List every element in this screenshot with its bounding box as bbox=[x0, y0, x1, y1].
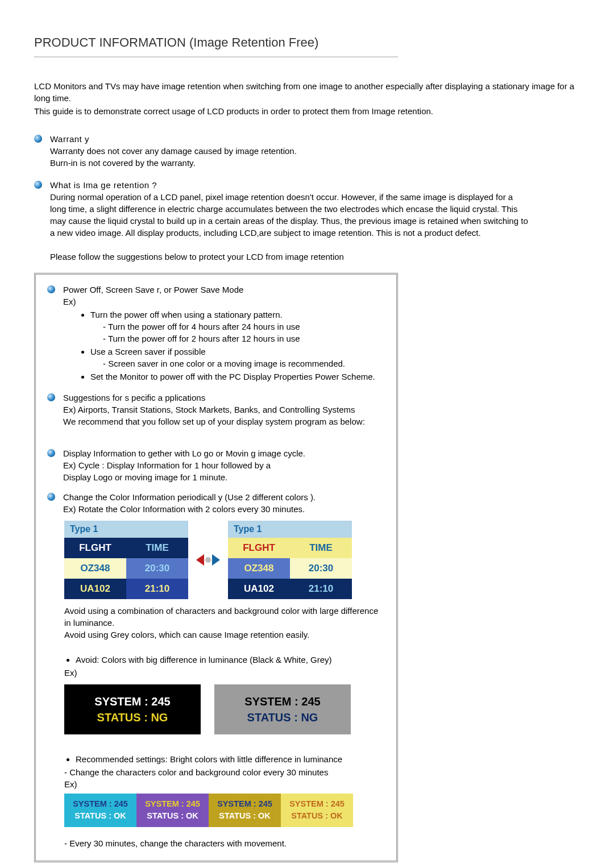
avoid-text: Avoid using a combination of characters … bbox=[64, 605, 385, 641]
bullet-icon bbox=[47, 393, 55, 401]
ok-sys: SYSTEM : 245 bbox=[283, 798, 351, 811]
final-note: - Every 30 minutes, change the character… bbox=[64, 837, 385, 849]
ok-sys: SYSTEM : 245 bbox=[139, 798, 206, 811]
ok-row: SYSTEM : 245 STATUS : OK SYSTEM : 245 ST… bbox=[64, 794, 385, 828]
intro-block: LCD Monitors and TVs may have image rete… bbox=[34, 80, 580, 117]
ex-label: Ex) bbox=[63, 296, 385, 308]
po-li1b: - Turn the power off for 2 hours after 1… bbox=[103, 333, 385, 344]
status-row: SYSTEM : 245 STATUS : NG SYSTEM : 245 ST… bbox=[64, 684, 385, 734]
suggestions-l1: Ex) Airports, Transit Stations, Stock Ma… bbox=[63, 404, 385, 416]
ok-box-3: SYSTEM : 245 STATUS : OK bbox=[209, 794, 281, 828]
status-box-black: SYSTEM : 245 STATUS : NG bbox=[64, 684, 201, 734]
po-li1-text: Turn the power off when using a stationa… bbox=[90, 310, 283, 319]
bullet-icon bbox=[34, 181, 42, 189]
avoid-l2: Avoid using Grey colors, which can cause… bbox=[64, 629, 385, 641]
hdr-flight: FLGHT bbox=[228, 538, 290, 558]
ok-stat: STATUS : OK bbox=[211, 810, 279, 823]
intro-p1: LCD Monitors and TVs may have image rete… bbox=[34, 80, 580, 104]
bullet-icon bbox=[34, 135, 42, 143]
bullet-icon bbox=[47, 493, 55, 501]
ok-box-4: SYSTEM : 245 STATUS : OK bbox=[281, 794, 353, 828]
suggestion-box: Power Off, Screen Save r, or Power Save … bbox=[34, 273, 398, 862]
hdr-time: TIME bbox=[290, 538, 352, 558]
intro-p2: This guide is to demonstrate correct usa… bbox=[34, 105, 580, 117]
hdr-time: TIME bbox=[126, 538, 188, 558]
arrow-right-icon bbox=[212, 554, 220, 566]
suggestions-title: Suggestions for s pecific a pplications bbox=[63, 392, 385, 404]
cell-r1c2: 20:30 bbox=[290, 558, 352, 579]
power-off-item: Power Off, Screen Save r, or Power Save … bbox=[47, 284, 385, 384]
po-li2-text: Use a Screen saver if possible bbox=[90, 347, 206, 356]
po-li2a: - Screen saver in one color or a moving … bbox=[103, 358, 385, 369]
po-li1: Turn the power off when using a stationa… bbox=[90, 309, 385, 344]
po-li1a: - Turn the power off for 4 hours after 2… bbox=[103, 321, 385, 333]
cell-r2c1: UA102 bbox=[64, 579, 126, 599]
suggestions-item: Suggestions for s pecific a pplications … bbox=[47, 392, 385, 427]
ok-stat: STATUS : OK bbox=[67, 810, 134, 823]
power-off-title: Power Off, Screen Save r, or Power Save … bbox=[63, 284, 385, 296]
ex-label: Ex) bbox=[64, 778, 385, 790]
type-table-right: Type 1 FLGHT TIME OZ348 20:30 UA102 21:1… bbox=[228, 521, 352, 599]
cell-r2c2: 21:10 bbox=[126, 579, 188, 599]
divider bbox=[34, 56, 398, 57]
warranty-line2: Burn-in is not covered by the warranty. bbox=[50, 157, 529, 169]
ex-label: Ex) bbox=[64, 667, 385, 679]
po-li3: Set the Monitor to power off with the PC… bbox=[90, 371, 385, 383]
bullet-icon bbox=[47, 285, 55, 293]
ok-sys: SYSTEM : 245 bbox=[211, 798, 279, 811]
hdr-flight: FLGHT bbox=[64, 538, 126, 558]
rec-sub: - Change the characters color and backgr… bbox=[64, 766, 385, 778]
type-label: Type 1 bbox=[64, 521, 188, 538]
change-title: Change the Color Information periodicall… bbox=[63, 491, 385, 503]
display-l2: Display Logo or moving image for 1 minut… bbox=[63, 471, 385, 483]
cell-r1c1: OZ348 bbox=[228, 558, 290, 579]
what-is-section: What is Ima ge retention ? During normal… bbox=[34, 179, 529, 263]
warranty-title: Warrant y bbox=[50, 133, 529, 145]
cell-r2c2: 21:10 bbox=[290, 579, 352, 599]
swap-arrows-icon bbox=[196, 554, 220, 566]
ok-stat: STATUS : OK bbox=[283, 810, 351, 823]
display-title: Display Information to gether with Lo go… bbox=[63, 447, 385, 459]
warranty-section: Warrant y Warranty does not cover any da… bbox=[34, 133, 529, 169]
warranty-line1: Warranty does not cover any damage cause… bbox=[50, 145, 529, 157]
cell-r1c1: OZ348 bbox=[64, 558, 126, 579]
status-stat: STATUS : NG bbox=[214, 709, 351, 725]
status-stat: STATUS : NG bbox=[64, 709, 201, 725]
status-box-grey: SYSTEM : 245 STATUS : NG bbox=[214, 684, 351, 734]
type-table-left: Type 1 FLGHT TIME OZ348 20:30 UA102 21:1… bbox=[64, 521, 188, 599]
page-title: PRODUCT INFORMATION (Image Retention Fre… bbox=[34, 34, 580, 52]
ok-box-1: SYSTEM : 245 STATUS : OK bbox=[64, 794, 136, 828]
po-li2: Use a Screen saver if possible - Screen … bbox=[90, 346, 385, 369]
dot-icon bbox=[205, 557, 211, 563]
avoid-l1: Avoid using a combination of characters … bbox=[64, 605, 385, 629]
ok-stat: STATUS : OK bbox=[139, 810, 206, 823]
arrow-left-icon bbox=[196, 554, 204, 566]
rec-li: Recommended settings: Bright colors with… bbox=[76, 753, 385, 765]
follow-suggestion: Please follow the suggestions below to p… bbox=[50, 251, 529, 263]
status-sys: SYSTEM : 245 bbox=[214, 693, 351, 709]
ok-box-2: SYSTEM : 245 STATUS : OK bbox=[136, 794, 209, 828]
what-is-body: During normal operation of a LCD panel, … bbox=[50, 191, 529, 239]
suggestions-l2: We recommend that you follow set up of y… bbox=[63, 416, 385, 427]
bullet-icon bbox=[47, 449, 55, 457]
type-tables-row: Type 1 FLGHT TIME OZ348 20:30 UA102 21:1… bbox=[64, 521, 385, 599]
what-is-title: What is Ima ge retention ? bbox=[50, 179, 529, 191]
display-l1: Ex) Cycle : Display Information for 1 ho… bbox=[63, 459, 385, 471]
change-color-item: Change the Color Information periodicall… bbox=[47, 491, 385, 515]
type-label: Type 1 bbox=[228, 521, 352, 538]
ok-sys: SYSTEM : 245 bbox=[67, 798, 134, 811]
avoid-li: Avoid: Colors with big difference in lum… bbox=[76, 654, 385, 666]
cell-r1c2: 20:30 bbox=[126, 558, 188, 579]
cell-r2c1: UA102 bbox=[228, 579, 290, 599]
display-info-item: Display Information to gether with Lo go… bbox=[47, 447, 385, 483]
status-sys: SYSTEM : 245 bbox=[64, 693, 201, 709]
change-l1: Ex) Rotate the Color Information with 2 … bbox=[63, 503, 385, 515]
